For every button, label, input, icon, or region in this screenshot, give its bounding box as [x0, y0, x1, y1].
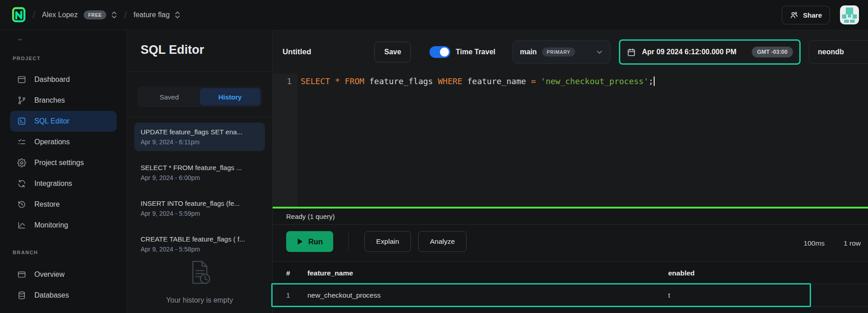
sidebar-section-label: BRANCH [13, 236, 127, 255]
sidebar-item-label: Overview [34, 270, 65, 279]
results-table-header: #feature_nameenabled [273, 261, 868, 284]
sidebar-item-restore[interactable]: Restore [10, 194, 117, 215]
people-icon [790, 11, 798, 19]
history-item[interactable]: UPDATE feature_flags SET ena...Apr 9, 20… [134, 123, 265, 151]
code-token: feature_name [462, 76, 531, 86]
table-row: 1new_checkout_processt [273, 284, 868, 307]
sql-code-line[interactable]: SELECT * FROM feature_flags WHERE featur… [301, 76, 655, 86]
code-token: WHERE [438, 76, 462, 86]
history-item[interactable]: CREATE TABLE feature_flags ( f...Apr 9, … [134, 230, 265, 258]
time-travel-datetime-picker[interactable]: Apr 09 2024 6:12:00.000 PM GMT -03:00 [619, 39, 801, 65]
avatar[interactable] [840, 5, 859, 24]
status-text: Ready (1 query) [286, 213, 335, 220]
editor-toolbar: Untitled Save Time Travel main PRIMARY A… [273, 30, 868, 74]
code-token [340, 76, 345, 86]
history-list: UPDATE feature_flags SET ena...Apr 9, 20… [134, 123, 265, 258]
results-panel: Ready (1 query) Run Explain Analyze 100m… [273, 209, 868, 313]
tab-saved[interactable]: Saved [139, 88, 200, 105]
dashboard-icon [17, 75, 26, 84]
integrations-icon [17, 179, 26, 188]
sidebar-item-label: Operations [34, 138, 70, 146]
divider [348, 232, 349, 252]
row-count-value: 1 row [844, 239, 861, 247]
code-token [536, 76, 541, 86]
history-item-date: Apr 9, 2024 - 6:11pm [141, 138, 259, 146]
history-item-date: Apr 9, 2024 - 5:58pm [141, 246, 259, 253]
column-header--: # [286, 262, 290, 284]
time-travel-label: Time Travel [456, 30, 495, 74]
divider [127, 117, 272, 117]
sidebar-item-operations[interactable]: Operations [10, 132, 117, 152]
breadcrumb-separator: / [33, 9, 35, 20]
explain-button[interactable]: Explain [364, 231, 411, 252]
results-table-body: 1new_checkout_processt [273, 284, 868, 307]
text-cursor [654, 76, 655, 86]
table-cell: t [668, 284, 670, 306]
code-token: feature_flags [364, 76, 438, 86]
query-title: Untitled [283, 30, 311, 74]
toggle-knob [440, 47, 449, 57]
run-button[interactable]: Run [286, 231, 333, 252]
time-travel-toggle[interactable] [429, 46, 450, 58]
calendar-icon [627, 47, 636, 57]
query-stats: 100ms 1 row [804, 225, 861, 261]
code-token: 'new_checkout_process' [541, 76, 648, 86]
restore-icon [17, 200, 26, 209]
sidebar-scroll-fragment [18, 39, 22, 40]
sidebar-item-overview[interactable]: Overview [10, 264, 117, 285]
sidebar-item-label: Integrations [34, 180, 72, 188]
branch-select[interactable]: main PRIMARY [512, 40, 611, 64]
primary-badge: PRIMARY [542, 47, 575, 57]
column-header-feature-name: feature_name [307, 262, 353, 284]
sidebar-item-databases[interactable]: Databases [10, 285, 117, 306]
sidebar-item-monitoring[interactable]: Monitoring [10, 215, 117, 236]
editor-gutter [273, 74, 297, 207]
sidebar-item-project-settings[interactable]: Project settings [10, 152, 117, 173]
org-switcher-icon[interactable] [111, 11, 117, 19]
sidebar-item-label: Databases [34, 291, 69, 299]
history-empty-state: Your history is empty [127, 259, 272, 304]
history-empty-text: Your history is empty [127, 296, 272, 304]
share-button[interactable]: Share [782, 6, 830, 24]
sidebar-item-tables[interactable]: Tables [10, 306, 117, 313]
neon-logo[interactable] [12, 7, 26, 24]
database-name: neondb [818, 48, 844, 56]
databases-icon [17, 291, 26, 300]
database-select[interactable]: neondb [809, 40, 868, 64]
history-item-query: UPDATE feature_flags SET ena... [141, 128, 259, 136]
sidebar-item-label: Project settings [34, 159, 84, 167]
tab-history[interactable]: History [200, 88, 261, 105]
history-item[interactable]: SELECT * FROM feature_flags ...Apr 9, 20… [134, 158, 265, 187]
sidebar: PROJECTDashboardBranchesSQL EditorOperat… [0, 30, 127, 313]
history-item-query: INSERT INTO feature_flags (fe... [141, 199, 259, 207]
branch-name: main [520, 48, 537, 56]
history-item[interactable]: INSERT INTO feature_flags (fe...Apr 9, 2… [134, 194, 265, 223]
sidebar-item-integrations[interactable]: Integrations [10, 173, 117, 194]
code-token: ; [649, 76, 654, 86]
run-label: Run [308, 237, 323, 246]
actions-row: Run Explain Analyze 100ms 1 row [273, 225, 868, 261]
play-icon [297, 238, 303, 245]
neon-console: / Alex Lopez FREE / feature flag Share [0, 0, 868, 313]
code-token: * [335, 76, 340, 86]
document-clock-icon [188, 259, 212, 285]
project-switcher-icon[interactable] [175, 11, 180, 19]
sidebar-item-label: Monitoring [34, 221, 68, 229]
sidebar-item-sql-editor[interactable]: SQL Editor [10, 111, 117, 132]
breadcrumb-project[interactable]: feature flag [133, 11, 170, 19]
history-item-date: Apr 9, 2024 - 5:59pm [141, 210, 259, 217]
history-item-date: Apr 9, 2024 - 6:00pm [141, 174, 259, 181]
save-button[interactable]: Save [374, 42, 411, 62]
code-token [330, 76, 335, 86]
sidebar-item-label: Restore [34, 200, 60, 209]
code-token: SELECT [301, 76, 330, 86]
analyze-button[interactable]: Analyze [418, 231, 467, 252]
timezone-badge: GMT -03:00 [752, 47, 793, 57]
sidebar-item-label: Branches [34, 96, 65, 104]
sidebar-item-dashboard[interactable]: Dashboard [10, 69, 117, 90]
sidebar-item-branches[interactable]: Branches [10, 90, 117, 111]
branches-icon [17, 96, 26, 105]
code-token: FROM [345, 76, 364, 86]
breadcrumb-org[interactable]: Alex Lopez [42, 11, 78, 19]
monitoring-icon [17, 221, 26, 230]
